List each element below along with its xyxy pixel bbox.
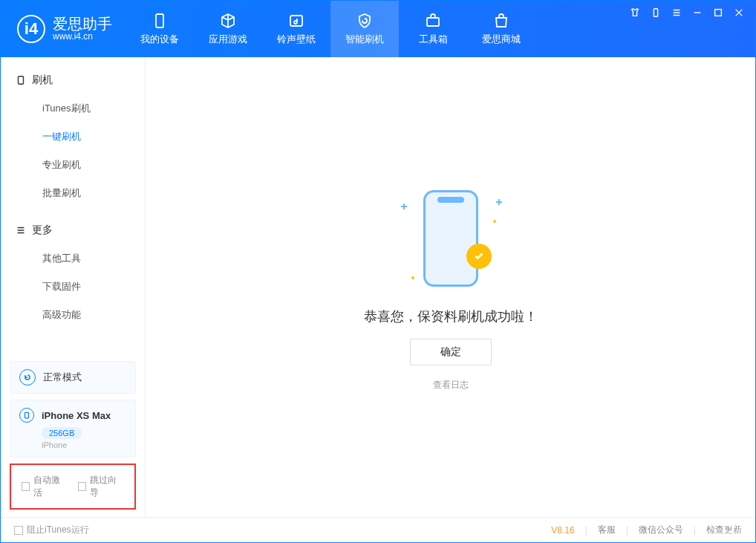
sidebar: 刷机 iTunes刷机 一键刷机 专业刷机 批量刷机 更多 其他工具 下载固件 …	[1, 57, 146, 517]
view-log-link[interactable]: 查看日志	[433, 379, 469, 391]
list-icon	[16, 225, 26, 235]
logo-area: i4 爱思助手 www.i4.cn	[1, 1, 126, 57]
app-window: i4 爱思助手 www.i4.cn 我的设备 应用游戏 铃声壁纸 智能刷机	[0, 0, 756, 543]
phone-icon	[16, 75, 26, 85]
sidebar-item-onekey-flash[interactable]: 一键刷机	[1, 123, 145, 151]
sidebar-item-pro-flash[interactable]: 专业刷机	[1, 151, 145, 179]
section-label: 更多	[32, 224, 53, 237]
mode-label: 正常模式	[43, 371, 82, 384]
tab-label: 铃声壁纸	[277, 33, 316, 46]
device-phone-icon	[19, 408, 34, 423]
music-folder-icon	[287, 12, 305, 30]
tab-label: 爱思商城	[482, 33, 521, 46]
minimize-icon[interactable]	[691, 7, 703, 19]
footer: 阻止iTunes运行 V8.16 | 客服 | 微信公众号 | 检查更新	[1, 517, 755, 542]
device-storage: 256GB	[42, 427, 82, 439]
device-card[interactable]: iPhone XS Max 256GB iPhone	[10, 400, 136, 458]
phone-sync-icon[interactable]	[650, 7, 662, 19]
device-name: iPhone XS Max	[42, 410, 111, 421]
shield-refresh-icon	[356, 12, 374, 30]
sidebar-item-other-tools[interactable]: 其他工具	[1, 244, 145, 273]
tab-label: 应用游戏	[209, 33, 247, 46]
check-badge-icon	[466, 244, 492, 269]
wechat-link[interactable]: 微信公众号	[639, 524, 683, 536]
body: 刷机 iTunes刷机 一键刷机 专业刷机 批量刷机 更多 其他工具 下载固件 …	[1, 57, 755, 517]
header: i4 爱思助手 www.i4.cn 我的设备 应用游戏 铃声壁纸 智能刷机	[1, 1, 755, 57]
device-type: iPhone	[42, 440, 126, 449]
checkbox-block-itunes[interactable]: 阻止iTunes运行	[14, 524, 89, 536]
device-icon	[151, 12, 169, 30]
app-url: www.i4.cn	[53, 32, 112, 42]
svg-rect-2	[427, 18, 439, 26]
sidebar-section-more: 更多	[1, 221, 145, 244]
toolbox-icon	[424, 12, 442, 30]
sidebar-item-download-firmware[interactable]: 下载固件	[1, 273, 145, 301]
maximize-icon[interactable]	[712, 7, 724, 19]
sidebar-item-batch-flash[interactable]: 批量刷机	[1, 179, 145, 207]
tab-my-device[interactable]: 我的设备	[126, 1, 194, 57]
svg-point-5	[731, 521, 734, 524]
main-content: 恭喜您，保资料刷机成功啦！ 确定 查看日志	[146, 57, 755, 517]
close-icon[interactable]	[733, 7, 745, 19]
section-label: 刷机	[32, 74, 53, 87]
svg-rect-7	[25, 412, 29, 418]
logo-icon: i4	[17, 15, 45, 43]
tab-label: 我的设备	[140, 33, 179, 46]
refresh-icon	[19, 369, 36, 386]
tab-apps[interactable]: 应用游戏	[194, 1, 262, 57]
window-controls	[629, 1, 755, 57]
mode-card[interactable]: 正常模式	[10, 361, 136, 394]
cube-icon	[219, 12, 237, 30]
header-right-icons	[693, 514, 742, 533]
menu-icon[interactable]	[671, 7, 682, 19]
checkbox-label: 自动激活	[33, 474, 68, 499]
user-icon[interactable]	[723, 514, 742, 533]
ok-button[interactable]: 确定	[410, 339, 492, 365]
svg-rect-4	[715, 10, 722, 16]
sidebar-item-advanced[interactable]: 高级功能	[1, 301, 145, 329]
checkbox-label: 跳过向导	[90, 474, 124, 499]
bag-icon	[492, 12, 510, 30]
support-link[interactable]: 客服	[598, 524, 616, 536]
tab-toolbox[interactable]: 工具箱	[399, 1, 467, 57]
sidebar-section-flash: 刷机	[1, 71, 145, 94]
success-illustration	[395, 183, 506, 294]
app-title: 爱思助手	[53, 16, 112, 32]
tab-ringtone[interactable]: 铃声壁纸	[262, 1, 330, 57]
svg-rect-3	[654, 9, 657, 17]
checkbox-label: 阻止iTunes运行	[27, 524, 89, 536]
sidebar-item-itunes-flash[interactable]: iTunes刷机	[1, 94, 145, 123]
version-label: V8.16	[551, 525, 574, 536]
tab-label: 智能刷机	[345, 33, 384, 46]
success-message: 恭喜您，保资料刷机成功啦！	[364, 308, 538, 325]
tab-flash[interactable]: 智能刷机	[330, 1, 399, 57]
main-tabs: 我的设备 应用游戏 铃声壁纸 智能刷机 工具箱 爱思商城	[126, 1, 535, 57]
svg-rect-0	[156, 14, 163, 27]
tab-label: 工具箱	[419, 33, 448, 46]
tab-store[interactable]: 爱思商城	[467, 1, 535, 57]
svg-rect-6	[19, 77, 24, 85]
flash-options-highlight: 自动激活 跳过向导	[10, 464, 136, 510]
shirt-icon[interactable]	[629, 7, 641, 19]
checkbox-auto-activate[interactable]: 自动激活	[22, 474, 68, 499]
download-icon[interactable]	[693, 514, 712, 533]
checkbox-skip-guide[interactable]: 跳过向导	[78, 474, 124, 499]
